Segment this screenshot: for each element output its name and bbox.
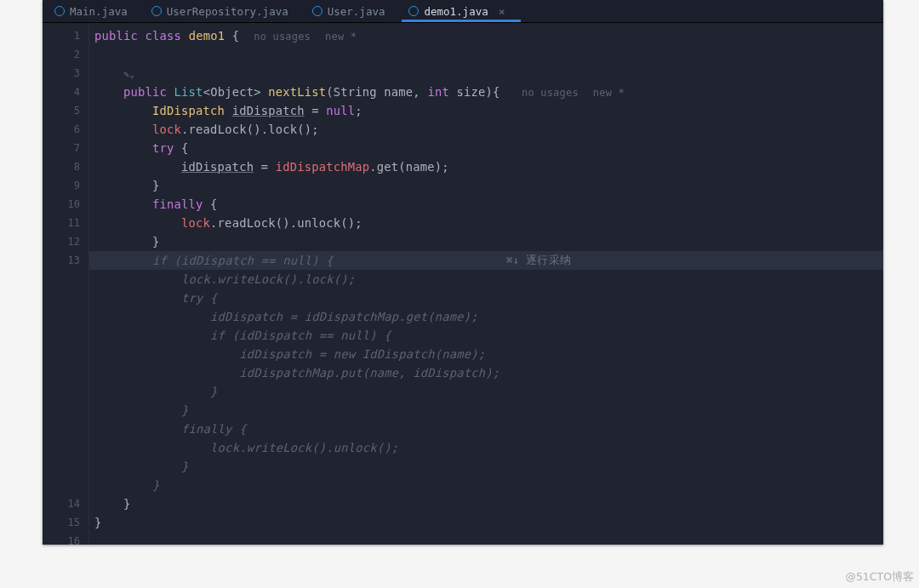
code-line: public List<Object> nextList(String name… [89, 83, 883, 101]
code-area[interactable]: public class demo1 { no usages new * ✎⌄ … [89, 23, 883, 545]
tab-label: demo1.java [424, 5, 488, 18]
code-line: } [89, 494, 883, 513]
tab-user-java[interactable]: User.java [300, 0, 397, 22]
java-class-icon [312, 6, 323, 16]
java-class-icon [151, 6, 162, 16]
ghost-line: } [89, 457, 883, 476]
tab-label: User.java [328, 5, 385, 18]
code-line: lock.readLock().unlock(); [89, 214, 883, 232]
ghost-line: } [89, 476, 883, 494]
code-line [89, 45, 883, 64]
code-line: } [89, 232, 883, 251]
java-class-icon [54, 6, 65, 16]
ide-window: Main.java UserRepository.java User.java … [43, 0, 883, 545]
tab-main-java[interactable]: Main.java [43, 0, 140, 22]
close-icon[interactable]: × [499, 5, 505, 18]
code-line: finally { [89, 195, 883, 214]
code-line: try { [89, 139, 883, 157]
ghost-line: lock.writeLock().unlock(); [89, 438, 883, 457]
code-line: } [89, 513, 883, 532]
tab-label: UserRepository.java [167, 5, 288, 18]
accept-hint[interactable]: ⌘↓ 逐行采纳 [506, 251, 571, 270]
code-line: IdDispatch idDispatch = null; [89, 101, 883, 120]
ghost-line: idDispatchMap.put(name, idDispatch); [89, 363, 883, 382]
ghost-line: } [89, 382, 883, 401]
ghost-line: if (idDispatch == null) { [89, 326, 883, 345]
editor-area: 1 2 3 4 5 6 7 8 9 10 11 12 13 [43, 23, 883, 545]
tab-label: Main.java [70, 5, 128, 18]
line-gutter: 1 2 3 4 5 6 7 8 9 10 11 12 13 [43, 23, 89, 545]
active-tab-underline [402, 20, 521, 22]
tab-userrepository-java[interactable]: UserRepository.java [140, 0, 300, 22]
code-line: ✎⌄ [89, 64, 883, 83]
code-line [89, 532, 883, 545]
intention-bulb-icon[interactable]: ✎⌄ [123, 69, 135, 80]
ghost-line: lock.writeLock().lock(); [89, 270, 883, 288]
java-class-icon [408, 6, 419, 16]
code-line: lock.readLock().lock(); [89, 120, 883, 139]
ghost-line: } [89, 401, 883, 420]
code-line: idDispatch = idDispatchMap.get(name); [89, 157, 883, 176]
code-line: public class demo1 { no usages new * [89, 26, 883, 45]
ghost-line: try { [89, 288, 883, 307]
watermark: @51CTO博客 [845, 570, 914, 585]
code-line: } [89, 176, 883, 195]
ghost-line: finally { [89, 420, 883, 438]
ghost-line: idDispatch = new IdDispatch(name); [89, 345, 883, 363]
ghost-line: idDispatch = idDispatchMap.get(name); [89, 307, 883, 326]
